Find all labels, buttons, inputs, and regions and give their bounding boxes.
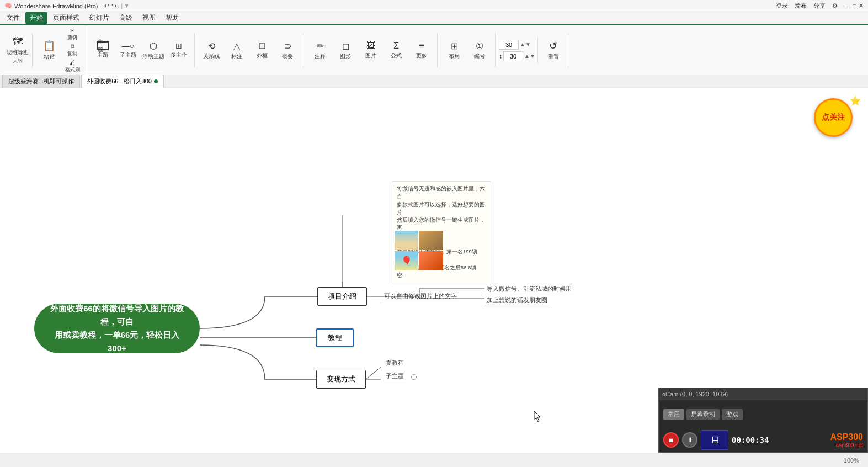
tab-bar: 超级盛海赛...机即可操作 外圆收费66...松日入300 [0,73,868,88]
ribbon-content: 🗺 思维导图 大纲 📋 粘贴 ✂ 剪切 ⧉ 复制 🖌 [0,24,868,75]
menu-slideshow[interactable]: 幻灯片 [85,12,114,24]
menu-file[interactable]: 文件 [2,12,24,24]
formula-btn[interactable]: Σ 公式 [384,34,408,66]
login-btn[interactable]: 登录 [776,2,788,10]
menu-view[interactable]: 视图 [138,12,160,24]
relation-btn[interactable]: ⟲ 关系线 [199,34,223,66]
branch-node-intro[interactable]: 项目介绍 [317,287,367,306]
ocam-asp-brand: ASP300 [772,432,863,442]
number-btn[interactable]: ① 编号 [467,34,492,66]
theme-label: 主题 [97,51,108,59]
mark-btn[interactable]: △ 标注 [225,34,249,66]
toolbar-icons: | ▼ [121,3,129,9]
leaf-node-wechat[interactable]: 导入微信号、引流私域的时候用 [484,284,574,294]
frame-icon: □ [259,41,265,51]
redo-icon[interactable]: ↪ [111,2,116,9]
ocam-tab-game[interactable]: 游戏 [722,409,743,420]
minimize-btn[interactable]: — [844,3,850,9]
ocam-tab-common[interactable]: 常用 [663,409,684,420]
leaf-wechat-label: 导入微信号、引流私域的时候用 [487,285,572,292]
annotation-btn[interactable]: ✏ 注释 [308,34,332,66]
shape-btn[interactable]: ◻ 图形 [333,34,358,66]
title-bar-right: 登录 发布 分享 ⚙ — □ ✕ [776,2,864,10]
menu-start[interactable]: 开始 [25,12,47,24]
leaf-node-subtheme[interactable]: 子主题 [384,372,406,381]
ocam-pause-btn[interactable]: ⏸ [682,432,697,448]
format-brush-btn[interactable]: 🖌 格式刷 [62,59,82,74]
copy-btn[interactable]: ⧉ 复制 [62,43,82,58]
relation-label: 关系线 [203,52,220,60]
mindmap-label: 思维导图 [7,49,29,56]
cut-icon: ✂ [70,28,74,34]
ocam-pause-icon: ⏸ [686,436,693,444]
mark-label: 标注 [231,52,242,60]
more-btn[interactable]: ≡ 更多 [409,34,434,66]
central-node[interactable]: 外面收费66的将微信号导入图片的教程，可自用或卖教程，一单66元，轻松日入300… [34,304,200,353]
format-brush-label: 格式刷 [65,66,80,73]
font-size-row: ▲▼ [499,40,535,50]
photo-cell-3: 🎈 [395,251,418,270]
copy-label: 复制 [67,50,77,57]
ribbon-group-nodes: 主题 主题 —○ 子主题 ⬡ 浮动主题 ⊞ 多主个 [87,33,195,67]
float-icon: ⬡ [150,41,157,51]
mindmap-btn[interactable]: 🗺 思维导图 大纲 [6,34,30,66]
more-label: 更多 [416,52,427,60]
image-label: 图片 [365,52,376,60]
spacing-input[interactable] [503,51,523,61]
ocam-rec-icon: ⏹ [668,437,674,443]
ocam-title: oCam (0, 0, 1920, 1039) [662,391,728,397]
branch-tutorial-label: 教程 [328,333,342,343]
ocam-tab-screen[interactable]: 屏幕录制 [686,409,720,420]
layout-btn[interactable]: ⊞ 布局 [442,34,466,66]
ocam-asp-sub: asp300.net [772,442,863,448]
cut-btn[interactable]: ✂ 剪切 [62,26,82,42]
ocam-time-display: 00:00:34 [732,436,769,444]
theme-icon: 主题 [97,41,109,50]
float-btn[interactable]: ⬡ 浮动主题 [141,34,166,66]
share-btn[interactable]: 分享 [813,2,826,10]
image-btn[interactable]: 🖼 图片 [359,34,383,66]
spacing-row: ↕ ▲▼ [499,51,535,61]
subtheme-circle-marker [411,374,417,380]
leaf-node-edit-text[interactable]: 可以自由修改图片上的文字 [382,291,459,301]
summary-icon: ⊃ [284,41,291,51]
title-bar: 🧠 Wondershare EdrawMind (Pro) ↩ ↪ | ▼ 登录… [0,0,868,12]
undo-icon[interactable]: ↩ [104,2,109,9]
menu-help[interactable]: 帮助 [161,12,183,24]
leaf-edit-text-label: 可以自由修改图片上的文字 [384,293,457,299]
ocam-record-btn[interactable]: ⏹ [663,432,679,448]
menu-advanced[interactable]: 高级 [115,12,137,24]
shape-label: 图形 [340,52,351,60]
mouse-cursor [534,411,542,422]
doc-tab-1[interactable]: 超级盛海赛...机即可操作 [2,75,80,88]
frame-btn[interactable]: □ 外框 [250,34,274,66]
leaf-moments-label: 加上想说的话发朋友圈 [487,296,547,303]
spacing-icon: ↕ [499,52,502,60]
leaf-node-sell[interactable]: 卖教程 [384,358,406,368]
close-btn[interactable]: ✕ [859,2,864,9]
font-size-input[interactable] [499,40,519,50]
multi-btn[interactable]: ⊞ 多主个 [167,34,191,66]
float-label: 浮动主题 [142,52,164,60]
logo-text: 点关注 [822,113,845,123]
maximize-btn[interactable]: □ [853,3,856,9]
branch-node-monetize[interactable]: 变现方式 [316,370,366,389]
theme-btn[interactable]: 主题 主题 [90,34,115,66]
reset-btn[interactable]: ↺ 重置 [541,34,566,66]
branch-node-tutorial[interactable]: 教程 [316,328,354,347]
publish-btn[interactable]: 发布 [795,2,807,10]
summary-btn[interactable]: ⊃ 概要 [275,34,300,66]
photo-cell-4 [419,251,443,270]
status-zoom: 100% [844,457,859,464]
annotation-label: 注释 [315,52,326,60]
leaf-node-moments[interactable]: 加上想说的话发朋友圈 [484,295,550,305]
settings-icon[interactable]: ⚙ [832,2,838,9]
logo-circle: 点关注 [814,98,853,137]
app-logo-icon: 🧠 [4,2,12,9]
menu-page-style[interactable]: 页面样式 [49,12,84,24]
subtheme-btn[interactable]: —○ 子主题 [116,34,140,66]
ocam-controls: ⏹ ⏸ 🖥 00:00:34 ASP300 asp300.net [659,428,867,452]
doc-tab-2[interactable]: 外圆收费66...松日入300 [81,75,164,88]
paste-btn[interactable]: 📋 粘贴 [37,34,61,66]
status-bar: 100% [0,453,868,467]
